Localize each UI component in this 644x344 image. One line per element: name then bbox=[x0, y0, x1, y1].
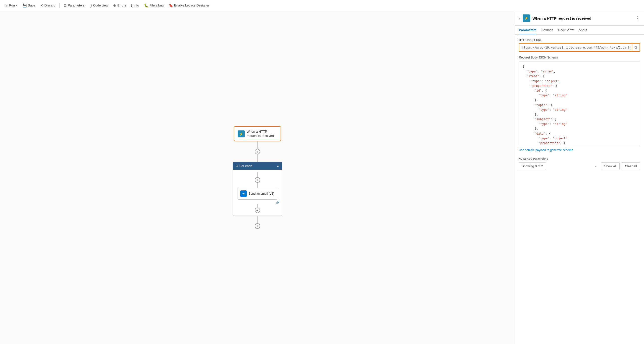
http-node-icon: ⚡ bbox=[238, 130, 245, 137]
schema-line-16: "type": "object", bbox=[522, 136, 636, 141]
url-input-container: ⧉ bbox=[519, 43, 640, 52]
schema-line-5: "properties": { bbox=[522, 84, 636, 88]
clear-all-button[interactable]: Clear all bbox=[622, 162, 640, 170]
right-panel: › ⚡ When a HTTP request is received ⋮ Pa… bbox=[515, 11, 644, 344]
schema-line-11: }, bbox=[522, 112, 636, 117]
errors-icon: ⊗ bbox=[113, 4, 116, 8]
panel-more-button[interactable]: ⋮ bbox=[635, 16, 640, 21]
advanced-parameters-section: Advanced parameters Showing 0 of 2 ▾ Sho… bbox=[519, 157, 640, 170]
foreach-body: + ✉ Send an email (V2) 🔗 + bbox=[233, 170, 282, 216]
schema-line-8: }, bbox=[522, 98, 636, 103]
save-button[interactable]: 💾 Save bbox=[20, 3, 37, 9]
http-request-node[interactable]: ⚡ When a HTTP request is received bbox=[234, 126, 281, 142]
show-all-button[interactable]: Show all bbox=[601, 162, 620, 170]
add-between-1[interactable]: + bbox=[255, 149, 260, 154]
divider-1 bbox=[60, 3, 60, 8]
schema-payload-link[interactable]: Use sample payload to generate schema bbox=[519, 148, 573, 152]
file-bug-button[interactable]: 🐛 File a bug bbox=[142, 3, 166, 9]
save-icon: 💾 bbox=[22, 4, 26, 8]
panel-tabs: Parameters Settings Code View About bbox=[515, 26, 644, 35]
code-icon: {} bbox=[90, 4, 92, 8]
foreach-connector-2 bbox=[257, 183, 258, 188]
add-inside-foreach[interactable]: + bbox=[255, 177, 260, 183]
http-post-url-label: HTTP POST URL bbox=[519, 39, 640, 42]
errors-button[interactable]: ⊗ Errors bbox=[111, 3, 128, 9]
showing-dropdown[interactable]: Showing 0 of 2 bbox=[519, 162, 546, 170]
schema-line-18: "resourceInfo": { bbox=[522, 146, 636, 146]
canvas: ⚡ When a HTTP request is received + ⊞ Fo… bbox=[0, 11, 515, 344]
discard-button[interactable]: ✕ Discard bbox=[38, 3, 58, 9]
info-button[interactable]: ℹ Info bbox=[129, 3, 141, 9]
schema-line-12: "subject": { bbox=[522, 117, 636, 122]
run-icon: ▷ bbox=[5, 4, 8, 8]
toolbar: ▷ Run ▾ 💾 Save ✕ Discard ⊡ Parameters {}… bbox=[0, 0, 644, 11]
schema-line-4: "type": "object", bbox=[522, 79, 636, 84]
link-icon: 🔗 bbox=[276, 201, 280, 204]
foreach-collapse-icon[interactable]: ∧ bbox=[277, 164, 279, 168]
schema-line-6: "id": { bbox=[522, 88, 636, 93]
panel-header-left: › ⚡ When a HTTP request is received bbox=[519, 15, 591, 22]
panel-node-icon: ⚡ bbox=[522, 15, 530, 22]
panel-header: › ⚡ When a HTTP request is received ⋮ bbox=[515, 11, 644, 26]
schema-line-3: "items": { bbox=[522, 74, 636, 79]
foreach-header[interactable]: ⊞ For each ∧ bbox=[233, 162, 282, 170]
advanced-row: Showing 0 of 2 ▾ Show all Clear all bbox=[519, 162, 640, 170]
schema-line-9: "topic": { bbox=[522, 103, 636, 108]
schema-line-14: }, bbox=[522, 126, 636, 131]
tab-about[interactable]: About bbox=[578, 26, 587, 34]
email-node-label: Send an email (V2) bbox=[249, 192, 274, 195]
foreach-container: ⊞ For each ∧ + ✉ Send an email (V2) 🔗 bbox=[232, 162, 282, 216]
parameters-icon: ⊡ bbox=[64, 4, 67, 8]
connector-after-foreach bbox=[257, 216, 258, 223]
connector-2 bbox=[257, 154, 258, 162]
run-button[interactable]: ▷ Run ▾ bbox=[3, 3, 20, 9]
schema-label: Request Body JSON Schema bbox=[519, 56, 640, 59]
connector-1 bbox=[257, 141, 258, 149]
panel-content: HTTP POST URL ⧉ Request Body JSON Schema… bbox=[515, 35, 644, 344]
discard-icon: ✕ bbox=[40, 4, 43, 8]
flow-container: ⚡ When a HTTP request is received + ⊞ Fo… bbox=[232, 126, 282, 229]
info-icon: ℹ bbox=[131, 4, 132, 8]
schema-line-10: "type": "string" bbox=[522, 108, 636, 112]
panel-collapse-button[interactable]: › bbox=[519, 16, 520, 20]
schema-line-17: "properties": { bbox=[522, 141, 636, 146]
parameters-button[interactable]: ⊡ Parameters bbox=[62, 3, 86, 9]
foreach-connector-3 bbox=[257, 204, 258, 208]
bookmark-icon: 🔖 bbox=[169, 4, 173, 8]
url-input[interactable] bbox=[520, 44, 632, 51]
advanced-label: Advanced parameters bbox=[519, 157, 640, 160]
email-node[interactable]: ✉ Send an email (V2) bbox=[238, 188, 277, 200]
tab-settings[interactable]: Settings bbox=[542, 26, 553, 34]
run-chevron-icon: ▾ bbox=[16, 4, 18, 7]
schema-line-2: "type": "array", bbox=[522, 69, 636, 74]
schema-line-7: "type": "string" bbox=[522, 93, 636, 98]
dropdown-arrow-icon: ▾ bbox=[595, 165, 596, 168]
schema-line-1: { bbox=[522, 65, 636, 69]
schema-line-13: "type": "string" bbox=[522, 122, 636, 126]
foreach-label: For each bbox=[240, 164, 252, 168]
main-area: ⚡ When a HTTP request is received + ⊞ Fo… bbox=[0, 11, 644, 344]
add-after-foreach[interactable]: + bbox=[255, 223, 260, 229]
url-copy-button[interactable]: ⧉ bbox=[632, 44, 640, 51]
foreach-connector-1 bbox=[257, 172, 258, 177]
add-after-email[interactable]: + bbox=[255, 208, 260, 213]
code-view-button[interactable]: {} Code view bbox=[88, 3, 110, 9]
foreach-icon: ⊞ bbox=[236, 164, 238, 168]
tab-code-view[interactable]: Code View bbox=[558, 26, 574, 34]
bug-icon: 🐛 bbox=[144, 4, 148, 8]
schema-editor[interactable]: { "type": "array", "items": { "type": "o… bbox=[519, 61, 640, 146]
email-node-icon: ✉ bbox=[240, 190, 247, 197]
legacy-designer-button[interactable]: 🔖 Enable Legacy Designer bbox=[167, 3, 212, 9]
schema-line-15: "data": { bbox=[522, 131, 636, 136]
foreach-header-left: ⊞ For each bbox=[236, 164, 252, 168]
http-node-label: When a HTTP request is received bbox=[247, 130, 277, 138]
showing-dropdown-wrapper: Showing 0 of 2 ▾ bbox=[519, 162, 599, 170]
tab-parameters[interactable]: Parameters bbox=[519, 26, 536, 34]
panel-title: When a HTTP request is received bbox=[532, 16, 591, 21]
